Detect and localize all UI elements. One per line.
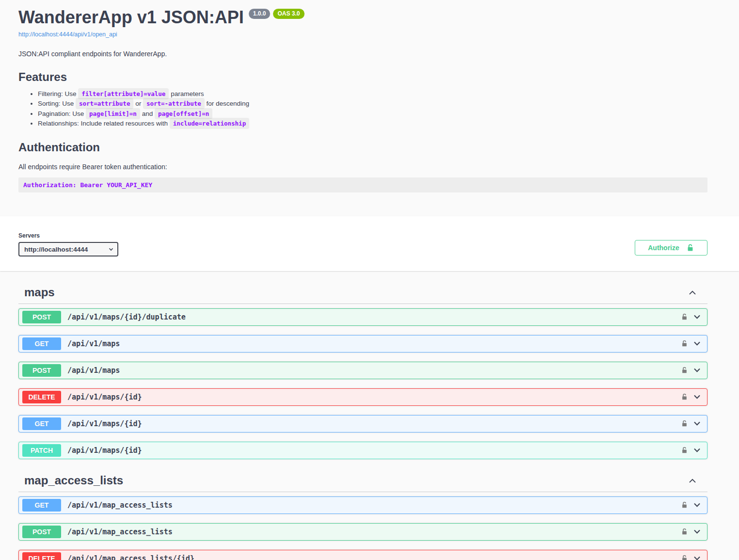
method-badge: DELETE <box>22 552 61 560</box>
authentication-heading: Authentication <box>18 141 707 154</box>
servers-group: Servers http://localhost:4444 <box>18 232 118 256</box>
chevron-down-icon <box>692 339 702 348</box>
endpoint-row[interactable]: DELETE /api/v1/maps/{id} <box>18 388 707 406</box>
endpoint-row[interactable]: GET /api/v1/map_access_lists <box>18 496 707 514</box>
endpoint-row[interactable]: POST /api/v1/maps/{id}/duplicate <box>18 308 707 326</box>
lock-button[interactable] <box>681 339 688 348</box>
section-title: map_access_lists <box>24 474 123 487</box>
expand-button[interactable] <box>692 446 702 455</box>
endpoint-row[interactable]: PATCH /api/v1/maps/{id} <box>18 442 707 459</box>
chevron-down-icon <box>692 366 702 375</box>
expand-button[interactable] <box>692 366 702 375</box>
authorization-code-block: Authorization: Bearer YOUR_API_KEY <box>18 177 707 192</box>
unlocked-padlock-icon <box>681 419 688 428</box>
lock-button[interactable] <box>681 554 688 560</box>
chevron-down-icon <box>692 312 702 321</box>
unlocked-padlock-icon <box>681 393 688 401</box>
endpoint-row[interactable]: POST /api/v1/maps <box>18 362 707 379</box>
inline-code: sort=attribute <box>76 98 133 109</box>
lock-button[interactable] <box>681 393 688 401</box>
endpoint-path: /api/v1/map_access_lists/{id} <box>67 554 194 560</box>
endpoint-rows: GET /api/v1/map_access_lists POST /api/v… <box>18 496 707 560</box>
section-divider <box>18 492 707 492</box>
endpoint-rows: POST /api/v1/maps/{id}/duplicate GET /ap… <box>18 308 707 459</box>
opblock-tag-section: maps POST /api/v1/maps/{id}/duplicate GE… <box>18 283 707 459</box>
endpoint-path: /api/v1/maps <box>67 366 120 375</box>
expand-button[interactable] <box>692 419 702 428</box>
endpoint-path: /api/v1/maps <box>67 339 120 348</box>
lock-button[interactable] <box>681 419 688 428</box>
servers-label: Servers <box>18 232 118 239</box>
expand-button[interactable] <box>692 312 702 321</box>
lock-button[interactable] <box>681 501 688 509</box>
endpoint-path: /api/v1/maps/{id}/duplicate <box>67 313 186 321</box>
section-header[interactable]: map_access_lists <box>18 471 707 490</box>
authentication-text: All endpoints require Bearer token authe… <box>18 163 707 171</box>
unlocked-padlock-icon <box>681 446 688 454</box>
lock-button[interactable] <box>681 366 688 374</box>
chevron-up-icon[interactable] <box>687 287 698 298</box>
endpoint-path: /api/v1/maps/{id} <box>67 419 142 428</box>
inline-code: sort=-attribute <box>143 98 205 109</box>
endpoint-path: /api/v1/maps/{id} <box>67 393 142 401</box>
chevron-down-icon <box>692 500 702 510</box>
chevron-down-icon <box>692 527 702 536</box>
page-title: WandererApp v1 JSON:API <box>18 8 244 27</box>
unlocked-padlock-icon <box>681 366 688 374</box>
endpoint-row[interactable]: POST /api/v1/map_access_lists <box>18 523 707 541</box>
unlocked-padlock-icon <box>681 313 688 321</box>
expand-button[interactable] <box>692 527 702 536</box>
unlocked-padlock-icon <box>681 501 688 509</box>
expand-button[interactable] <box>692 500 702 510</box>
method-badge: POST <box>22 311 61 323</box>
lock-button[interactable] <box>681 446 688 454</box>
operations: maps POST /api/v1/maps/{id}/duplicate GE… <box>0 283 739 560</box>
unlocked-padlock-icon <box>681 339 688 348</box>
section-divider <box>18 304 707 304</box>
unlocked-padlock-icon <box>681 528 688 536</box>
endpoint-row[interactable]: DELETE /api/v1/map_access_lists/{id} <box>18 550 707 560</box>
endpoint-row[interactable]: GET /api/v1/maps <box>18 335 707 352</box>
chevron-down-icon <box>692 392 702 401</box>
inline-code: page[limit]=n <box>86 108 140 119</box>
version-badge: 1.0.0 <box>249 9 271 19</box>
opblock-tag-section: map_access_lists GET /api/v1/map_access_… <box>18 471 707 560</box>
feature-item: Pagination: Use page[limit]=n and page[o… <box>38 110 707 118</box>
spec-url-link[interactable]: http://localhost:4444/api/v1/open_api <box>18 31 117 38</box>
endpoint-path: /api/v1/maps/{id} <box>67 446 142 455</box>
feature-item: Relationships: Include related resources… <box>38 119 707 128</box>
endpoint-path: /api/v1/map_access_lists <box>67 528 173 536</box>
method-badge: POST <box>22 526 61 538</box>
endpoint-row[interactable]: GET /api/v1/maps/{id} <box>18 415 707 432</box>
unlocked-padlock-icon <box>686 243 694 252</box>
inline-code: include=relationship <box>170 118 250 129</box>
method-badge: GET <box>22 499 61 512</box>
lock-button[interactable] <box>681 313 688 321</box>
endpoint-path: /api/v1/map_access_lists <box>67 501 173 510</box>
oas-badge: OAS 3.0 <box>273 9 304 19</box>
method-badge: DELETE <box>22 391 61 403</box>
server-select[interactable]: http://localhost:4444 <box>18 242 118 256</box>
api-description: JSON:API compliant endpoints for Wandere… <box>18 50 707 58</box>
authorize-button-label: Authorize <box>648 244 679 252</box>
info-section: WandererApp v1 JSON:API 1.0.0 OAS 3.0 ht… <box>0 0 739 192</box>
unlocked-padlock-icon <box>681 554 688 560</box>
section-header[interactable]: maps <box>18 283 707 302</box>
method-badge: GET <box>22 417 61 430</box>
feature-item: Sorting: Use sort=attribute or sort=-att… <box>38 99 707 108</box>
features-list: Filtering: Use filter[attribute]=value p… <box>18 90 707 128</box>
chevron-up-icon[interactable] <box>687 475 698 486</box>
chevron-down-icon <box>692 554 702 560</box>
scheme-container: Servers http://localhost:4444 Authorize <box>0 216 739 271</box>
lock-button[interactable] <box>681 528 688 536</box>
method-badge: PATCH <box>22 444 61 457</box>
authorize-button[interactable]: Authorize <box>635 240 707 256</box>
feature-item: Filtering: Use filter[attribute]=value p… <box>38 90 707 98</box>
chevron-down-icon <box>692 419 702 428</box>
expand-button[interactable] <box>692 392 702 401</box>
section-title: maps <box>24 286 55 299</box>
method-badge: POST <box>22 364 61 377</box>
expand-button[interactable] <box>692 554 702 560</box>
expand-button[interactable] <box>692 339 702 348</box>
method-badge: GET <box>22 337 61 350</box>
